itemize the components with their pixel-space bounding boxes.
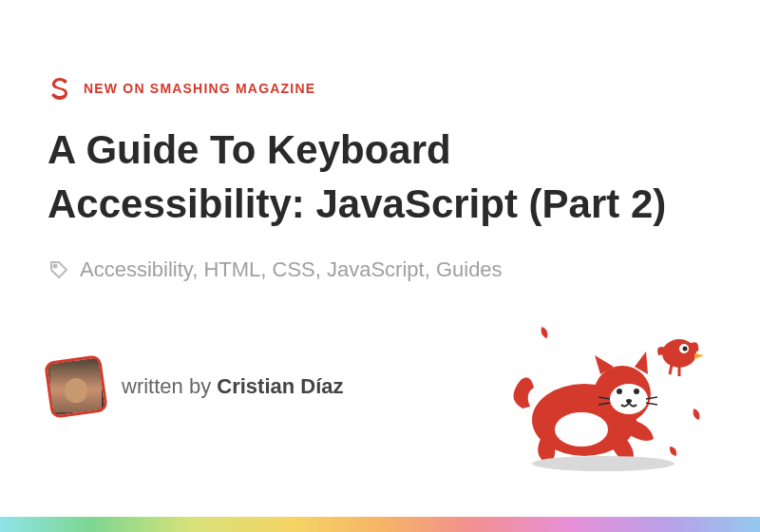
svg-point-7: [617, 389, 622, 394]
eyebrow-row: NEW ON SMASHING MAGAZINE: [48, 76, 712, 101]
author-name: Cristian Díaz: [217, 374, 343, 398]
svg-point-9: [626, 399, 632, 403]
svg-point-3: [683, 347, 688, 352]
rainbow-footer-bar: [0, 517, 760, 532]
svg-point-10: [555, 412, 608, 446]
tags-row: Accessibility, HTML, CSS, JavaScript, Gu…: [48, 257, 712, 282]
tag-icon: [48, 258, 70, 281]
article-title: A Guide To Keyboard Accessibility: JavaS…: [48, 124, 712, 231]
mascot-shadow: [532, 456, 674, 471]
mascot-svg: [504, 323, 722, 475]
author-prefix: written by: [122, 374, 217, 398]
smashing-logo-icon: [48, 76, 72, 101]
svg-point-8: [634, 389, 639, 394]
avatar: [44, 354, 108, 419]
mascot-illustration: [504, 323, 722, 475]
eyebrow-text: NEW ON SMASHING MAGAZINE: [84, 81, 315, 96]
author-byline: written by Cristian Díaz: [122, 374, 344, 399]
tags-list: Accessibility, HTML, CSS, JavaScript, Gu…: [80, 257, 503, 282]
svg-point-0: [54, 265, 57, 268]
